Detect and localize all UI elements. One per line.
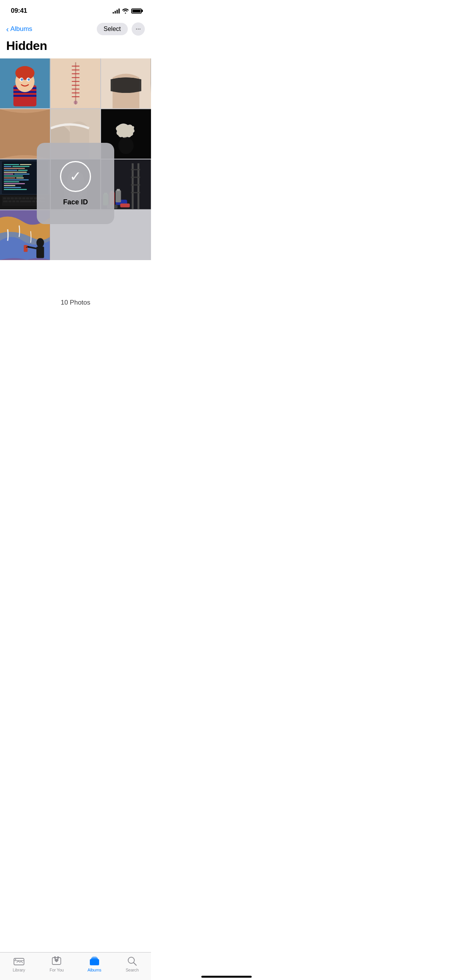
select-button[interactable]: Select — [97, 23, 128, 35]
svg-point-9 — [21, 78, 23, 81]
photo-3[interactable] — [101, 58, 151, 108]
back-button[interactable]: ‹ Albums — [6, 25, 32, 33]
tab-bar-spacer — [0, 314, 151, 349]
svg-rect-57 — [26, 197, 29, 199]
face-id-circle: ✓ — [60, 161, 91, 192]
svg-rect-38 — [4, 174, 14, 175]
more-button[interactable]: ··· — [132, 22, 145, 36]
nav-bar: ‹ Albums Select ··· — [0, 19, 151, 37]
svg-rect-93 — [36, 247, 44, 258]
checkmark-icon: ✓ — [70, 170, 81, 183]
photo-1[interactable] — [0, 58, 50, 108]
svg-point-10 — [27, 78, 30, 81]
face-id-label: Face ID — [63, 198, 88, 206]
svg-rect-87 — [117, 189, 120, 191]
svg-rect-46 — [4, 185, 15, 186]
chevron-left-icon: ‹ — [6, 25, 9, 33]
svg-rect-55 — [19, 197, 22, 199]
svg-rect-78 — [131, 177, 141, 178]
svg-rect-54 — [15, 197, 18, 199]
svg-rect-67 — [32, 200, 35, 202]
photo-2[interactable] — [51, 58, 101, 108]
status-bar: 09:41 — [0, 0, 151, 19]
photo-count: 10 Photos — [0, 291, 151, 314]
svg-point-27 — [118, 137, 134, 154]
svg-rect-48 — [4, 189, 27, 190]
status-time: 09:41 — [11, 7, 27, 15]
svg-rect-30 — [4, 164, 19, 165]
svg-rect-44 — [4, 182, 19, 182]
svg-point-6 — [15, 66, 34, 80]
svg-rect-31 — [20, 164, 31, 165]
svg-rect-34 — [4, 168, 25, 169]
svg-rect-37 — [4, 172, 27, 173]
page-title: Hidden — [0, 37, 151, 58]
status-icons — [113, 8, 142, 14]
svg-rect-47 — [4, 187, 21, 188]
svg-rect-52 — [7, 197, 10, 199]
svg-point-92 — [36, 238, 44, 247]
svg-rect-36 — [18, 170, 28, 171]
svg-rect-56 — [22, 197, 25, 199]
svg-rect-58 — [30, 197, 33, 199]
svg-rect-66 — [20, 200, 31, 202]
svg-rect-65 — [16, 200, 19, 202]
svg-rect-41 — [4, 178, 15, 178]
svg-rect-45 — [4, 183, 25, 184]
svg-point-22 — [74, 101, 77, 105]
svg-rect-4 — [14, 95, 36, 97]
signal-icon — [113, 8, 120, 14]
svg-rect-33 — [12, 166, 30, 167]
svg-rect-42 — [16, 178, 24, 178]
svg-rect-51 — [3, 197, 6, 199]
photo-grid: ✓ Face ID — [0, 58, 151, 260]
svg-rect-59 — [34, 197, 37, 199]
svg-rect-35 — [4, 170, 17, 171]
svg-rect-39 — [14, 174, 30, 175]
svg-rect-86 — [116, 190, 121, 203]
nav-actions: Select ··· — [97, 22, 145, 36]
svg-rect-62 — [3, 200, 8, 202]
svg-rect-40 — [4, 176, 23, 176]
face-id-overlay: ✓ Face ID — [37, 143, 114, 224]
battery-icon — [131, 9, 142, 14]
back-label: Albums — [10, 25, 33, 33]
svg-rect-79 — [131, 185, 141, 186]
svg-rect-53 — [11, 197, 14, 199]
svg-rect-64 — [12, 200, 15, 202]
svg-rect-80 — [131, 192, 141, 193]
svg-rect-63 — [9, 200, 12, 202]
svg-rect-95 — [24, 245, 27, 252]
svg-rect-43 — [4, 180, 29, 180]
content-spacer — [0, 260, 151, 291]
svg-rect-32 — [4, 166, 12, 167]
svg-rect-89 — [120, 204, 130, 207]
svg-rect-77 — [131, 169, 141, 170]
wifi-icon — [122, 9, 129, 14]
